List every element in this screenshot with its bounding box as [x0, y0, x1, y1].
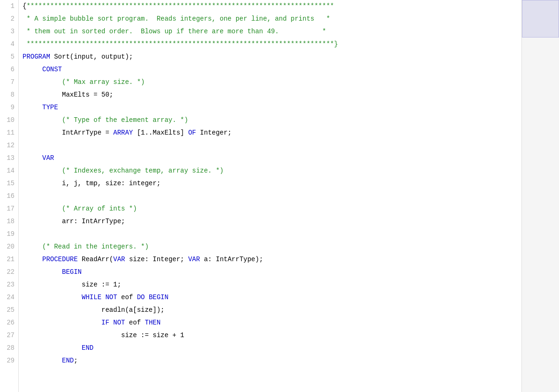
table-row: readln(a[size]);	[23, 304, 521, 317]
table-row: END	[23, 342, 521, 354]
table-row: {***************************************…	[23, 0, 521, 13]
table-row: MaxElts = 50;	[23, 89, 521, 101]
line-number: 14	[2, 165, 15, 177]
line-number: 25	[2, 304, 15, 317]
table-row: WHILE NOT eof DO BEGIN	[23, 291, 521, 304]
line-number: 24	[2, 291, 15, 304]
table-row: (* Max array size. *)	[23, 76, 521, 89]
table-row: TYPE	[23, 101, 521, 114]
line-number: 1	[2, 0, 15, 13]
line-number: 3	[2, 25, 15, 38]
table-row: IF NOT eof THEN	[23, 317, 521, 329]
table-row	[23, 228, 521, 241]
line-number: 6	[2, 63, 15, 76]
table-row: arr: IntArrType;	[23, 215, 521, 228]
line-number: 2	[2, 13, 15, 25]
line-number: 29	[2, 354, 15, 367]
table-row: (* Indexes, exchange temp, array size. *…	[23, 165, 521, 177]
table-row: ****************************************…	[23, 38, 521, 51]
line-number: 15	[2, 177, 15, 190]
line-number: 21	[2, 253, 15, 266]
line-number: 17	[2, 203, 15, 215]
table-row	[23, 139, 521, 152]
line-number: 27	[2, 329, 15, 342]
table-row: END;	[23, 354, 521, 367]
line-number: 5	[2, 51, 15, 63]
code-content[interactable]: {***************************************…	[19, 0, 521, 392]
table-row: IntArrType = ARRAY [1..MaxElts] OF Integ…	[23, 127, 521, 139]
table-row: (* Read in the integers. *)	[23, 241, 521, 253]
line-number: 16	[2, 190, 15, 203]
table-row: BEGIN	[23, 266, 521, 279]
code-editor[interactable]: 1234567891011121314151617181920212223242…	[0, 0, 521, 392]
line-number: 23	[2, 279, 15, 291]
table-row: (* Array of ints *)	[23, 203, 521, 215]
line-number: 4	[2, 38, 15, 51]
table-row: PROCEDURE ReadArr(VAR size: Integer; VAR…	[23, 253, 521, 266]
line-numbers: 1234567891011121314151617181920212223242…	[0, 0, 19, 392]
line-number: 22	[2, 266, 15, 279]
table-row: PROGRAM Sort(input, output);	[23, 51, 521, 63]
line-number: 7	[2, 76, 15, 89]
minimap-viewport	[522, 0, 559, 38]
line-number: 18	[2, 215, 15, 228]
table-row: * them out in sorted order. Blows up if …	[23, 25, 521, 38]
table-row: size := size + 1	[23, 329, 521, 342]
line-number: 8	[2, 89, 15, 101]
table-row: * A simple bubble sort program. Reads in…	[23, 13, 521, 25]
line-number: 26	[2, 317, 15, 329]
line-number: 11	[2, 127, 15, 139]
table-row: VAR	[23, 152, 521, 165]
table-row: CONST	[23, 63, 521, 76]
line-number: 9	[2, 101, 15, 114]
minimap	[521, 0, 559, 392]
line-number: 28	[2, 342, 15, 354]
line-number: 12	[2, 139, 15, 152]
table-row: size := 1;	[23, 279, 521, 291]
line-number: 20	[2, 241, 15, 253]
table-row: i, j, tmp, size: integer;	[23, 177, 521, 190]
line-number: 10	[2, 114, 15, 127]
table-row: (* Type of the element array. *)	[23, 114, 521, 127]
line-number: 19	[2, 228, 15, 241]
table-row	[23, 190, 521, 203]
line-number: 13	[2, 152, 15, 165]
